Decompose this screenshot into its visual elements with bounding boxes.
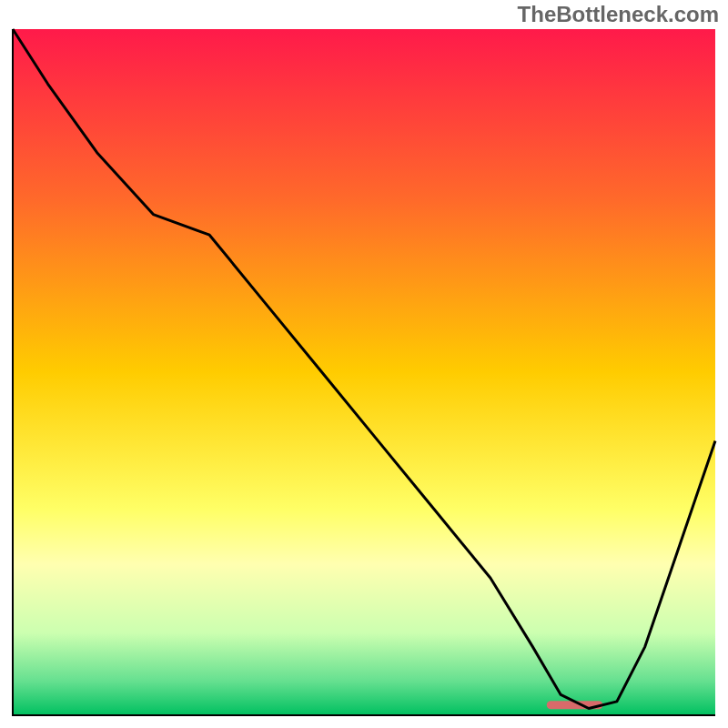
bottleneck-chart (0, 0, 728, 728)
gradient-background (13, 29, 715, 715)
watermark-text: TheBottleneck.com (518, 2, 719, 27)
chart-container: TheBottleneck.com (0, 0, 728, 728)
